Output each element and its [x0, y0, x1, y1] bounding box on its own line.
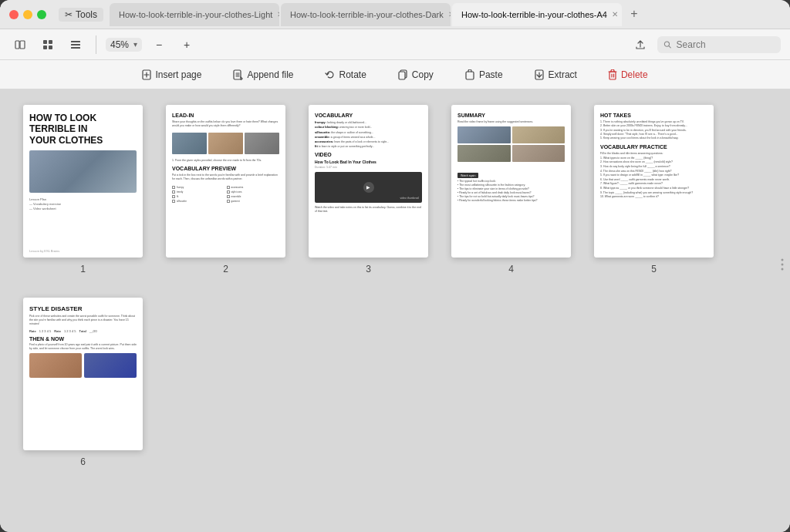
svg-rect-7	[71, 44, 80, 45]
svg-point-27	[782, 264, 784, 266]
insert-page-icon	[142, 69, 151, 80]
page1-title: HOW TO LOOKTERRIBLE INYOUR CLOTHES	[29, 113, 137, 146]
tab-a4-close[interactable]: ✕	[612, 10, 618, 19]
video-thumb-text: video thumbnail	[400, 197, 419, 200]
page1-text: Lesson Plan — Vocabulary exercise — Vide…	[29, 197, 137, 211]
tab-dark-label: How-to-look-terrible-in-your-clothes-Dar…	[290, 10, 444, 19]
page-thumb-2[interactable]: LEAD-IN Share your thoughts on the outfi…	[166, 105, 285, 258]
play-button[interactable]: ▶	[363, 182, 374, 193]
rotate-icon	[325, 69, 336, 80]
page2-vocab-desc: Put a tick in the box next to the words …	[172, 173, 279, 181]
extract-icon	[534, 69, 545, 80]
zoom-increase-button[interactable]: +	[176, 34, 198, 56]
page2-vocab-title: VOCABULARY PREVIEW	[172, 166, 279, 171]
content-area: HOW TO LOOKTERRIBLE INYOUR CLOTHES Lesso…	[0, 89, 790, 532]
list-view-button[interactable]	[65, 34, 86, 56]
search-input[interactable]	[677, 39, 775, 50]
share-icon	[635, 39, 646, 50]
search-box[interactable]	[657, 36, 781, 53]
svg-line-10	[669, 45, 670, 47]
copy-label: Copy	[412, 69, 434, 80]
grid-icon	[42, 39, 53, 50]
tab-dark-close[interactable]: ✕	[448, 10, 451, 19]
page2-lead-text: Share your thoughts on the outfits below…	[172, 120, 279, 128]
page2-questions: 1. From the given styles provided, choos…	[172, 159, 279, 163]
sidebar-toggle-button[interactable]	[9, 34, 31, 56]
tools-icon: ✂	[65, 9, 73, 20]
rotate-button[interactable]: Rotate	[319, 66, 373, 83]
page-item-2[interactable]: LEAD-IN Share your thoughts on the outfi…	[166, 105, 285, 274]
page6-img1	[29, 353, 82, 378]
delete-icon	[608, 69, 617, 80]
tab-a4[interactable]: How-to-look-terrible-in-your-clothes-A4 …	[452, 3, 622, 26]
page3-video-duration: Duration: 5:47 min	[315, 166, 422, 169]
new-tab-icon: +	[630, 7, 637, 21]
page4-watch-btn[interactable]: Watch again	[457, 173, 478, 178]
page3-video-box[interactable]: ▶ video thumbnail	[315, 172, 422, 203]
page6-thennow-title: THEN & NOW	[29, 336, 137, 342]
extract-button[interactable]: Extract	[528, 66, 583, 83]
paste-button[interactable]: Paste	[458, 66, 509, 83]
page2-images	[172, 133, 279, 154]
tab-a4-label: How-to-look-terrible-in-your-clothes-A4	[461, 10, 607, 19]
page-thumb-4[interactable]: SUMMARY Read the video frame by frame us…	[451, 105, 571, 258]
tab-light[interactable]: How-to-look-terrible-in-your-clothes-Lig…	[110, 3, 279, 26]
svg-rect-1	[20, 41, 25, 49]
page5-vocabprac-text: Fill in the blanks and title items answe…	[600, 152, 707, 200]
page2-img3	[245, 133, 279, 154]
page-thumb-1[interactable]: HOW TO LOOKTERRIBLE INYOUR CLOTHES Lesso…	[23, 105, 143, 258]
page-thumb-6[interactable]: STYLE DISASTER Pick one of these website…	[23, 298, 143, 450]
append-file-button[interactable]: Append file	[226, 66, 299, 83]
page-item-1[interactable]: HOW TO LOOKTERRIBLE INYOUR CLOTHES Lesso…	[23, 105, 143, 274]
copy-button[interactable]: Copy	[391, 66, 440, 83]
page4-images	[457, 126, 565, 162]
svg-rect-19	[399, 72, 405, 79]
page-num-1: 1	[80, 264, 86, 274]
vocab-item-4: style icons	[227, 190, 280, 194]
titlebar: ✂ Tools How-to-look-terrible-in-your-clo…	[0, 0, 790, 29]
page3-vocab-title: VOCABULARY	[315, 113, 422, 118]
page5-hottakes-text: 1. There is nothing absolutely unrelated…	[600, 120, 707, 140]
tools-button[interactable]: ✂ Tools	[59, 8, 103, 22]
page2-img1	[172, 133, 207, 154]
page4-summary-title: SUMMARY	[457, 113, 565, 118]
page-thumb-3[interactable]: VOCABULARY frumpy: looking dowdy or old-…	[309, 105, 428, 258]
page-item-5[interactable]: HOT TAKES 1. There is nothing absolutely…	[594, 105, 714, 274]
page-thumb-5[interactable]: HOT TAKES 1. There is nothing absolutely…	[594, 105, 714, 258]
new-tab-button[interactable]: +	[623, 3, 645, 25]
page4-img2	[512, 126, 565, 143]
share-button[interactable]	[630, 34, 651, 56]
page4-exercise-text: • The typical hot muffin-top look: • The…	[457, 180, 565, 202]
close-button[interactable]	[9, 10, 19, 19]
svg-point-28	[782, 268, 784, 271]
page1-image	[29, 150, 137, 193]
grid-view-button[interactable]	[37, 34, 59, 56]
minimize-button[interactable]	[23, 10, 32, 19]
zoom-control[interactable]: 45% ▾	[106, 38, 142, 52]
delete-button[interactable]: Delete	[602, 66, 654, 83]
page5-hottakes-title: HOT TAKES	[600, 113, 707, 118]
tab-light-close[interactable]: ✕	[277, 10, 279, 19]
actionbar: Insert page Append file Rotate	[0, 60, 790, 89]
page3-vocab-text: frumpy: looking dowdy or old-fashioned..…	[315, 120, 422, 150]
zoom-decrease-button[interactable]: −	[148, 34, 170, 56]
page-item-3[interactable]: VOCABULARY frumpy: looking dowdy or old-…	[309, 105, 428, 274]
page-item-6[interactable]: STYLE DISASTER Pick one of these website…	[23, 298, 143, 467]
tab-light-label: How-to-look-terrible-in-your-clothes-Lig…	[119, 10, 272, 19]
tab-dark[interactable]: How-to-look-terrible-in-your-clothes-Dar…	[281, 3, 451, 26]
svg-rect-3	[49, 40, 52, 44]
maximize-button[interactable]	[37, 10, 46, 19]
insert-page-button[interactable]: Insert page	[136, 66, 208, 83]
page2-section1: LEAD-IN	[172, 113, 279, 118]
page-num-4: 4	[508, 264, 514, 274]
page2-vocab-list: frumpy accessories trendy style icons fi…	[172, 186, 279, 203]
toolbar: 45% ▾ − +	[0, 29, 790, 60]
page4-img3	[457, 145, 511, 162]
traffic-lights	[9, 10, 46, 19]
drag-handle-icon	[781, 255, 784, 274]
svg-rect-2	[43, 40, 47, 44]
paste-label: Paste	[479, 69, 503, 80]
rotate-label: Rotate	[339, 69, 366, 80]
page-item-4[interactable]: SUMMARY Read the video frame by frame us…	[451, 105, 571, 274]
vocab-item-3: trendy	[172, 190, 225, 194]
